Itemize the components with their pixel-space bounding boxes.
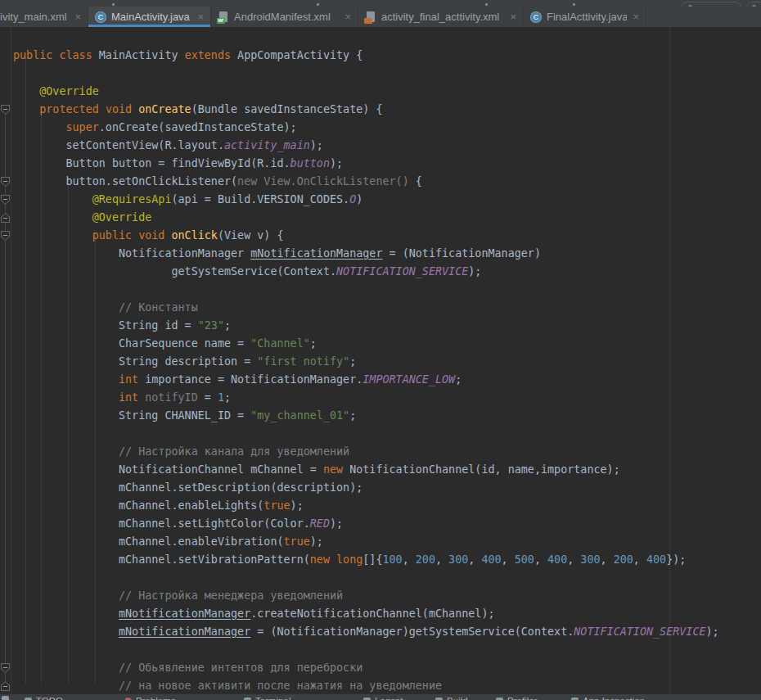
code-line: button.setOnClickListener(new View.OnCli… [0,173,761,191]
tool-window-bars-button[interactable] [2,696,9,700]
todo-icon [25,698,32,700]
code-line: protected void onCreate(Bundle savedInst… [0,101,761,119]
code-line: String CHANNEL_ID = "my_channel_01"; [0,407,761,425]
tab-label: ivity_main.xml [0,11,67,23]
code-line: NotificationChannel mChannel = new Notif… [0,461,761,479]
code-line: // Настройка канала для уведомлений [0,443,761,461]
code-line: @RequiresApi(api = Build.VERSION_CODES.O… [0,191,761,209]
code-line [0,65,761,83]
java-class-icon: C [95,11,106,23]
build-icon [435,698,443,700]
code-line: CharSequence name = "Channel"; [0,335,761,353]
tool-window-button-label: Problems [136,696,176,700]
code-line: mNotificationManager.createNotificationC… [0,605,761,623]
toolbar-icon [485,3,488,6]
tool-window-button-app-inspection[interactable]: App Inspection [571,696,645,700]
tab-label: activity_final_acttivity.xml [381,11,499,23]
tab-close-icon[interactable]: × [339,11,351,22]
tab-finalacttivity-java[interactable]: CFinalActtivity.java× [524,7,646,27]
code-line: setContentView(R.layout.activity_main); [0,137,761,155]
code-line: int importance = NotificationManager.IMP… [0,371,761,389]
code-line [0,569,761,587]
code-line: mChannel.enableVibration(true); [0,533,761,551]
tab-ivity-main-xml[interactable]: ivity_main.xml× [0,7,88,27]
code-line: // Обьявление интентов для переброски [0,659,761,677]
java-class-icon: C [530,11,542,23]
code-line: @Override [0,83,761,101]
code-line: // Настройка менеджера уведомлений [0,587,761,605]
tool-window-bars-icon [2,696,9,700]
code-line [0,281,761,299]
code-area[interactable]: public class MainActivity extends AppCom… [0,47,761,694]
tool-window-button-build[interactable]: Build [435,696,468,700]
code-line: public void onClick(View v) { [0,227,761,245]
tab-close-icon[interactable]: × [69,11,81,22]
tab-androidmanifest-xml[interactable]: MFAndroidManifest.xml× [211,7,358,27]
tool-window-button-terminal[interactable]: Terminal [244,696,290,700]
tab-close-icon[interactable]: × [504,11,516,22]
code-line: mChannel.setVibrationPattern(new long[]{… [0,551,761,569]
file-type-badge [364,18,372,24]
tab-label: MainActivity.java [111,11,190,23]
code-line: public class MainActivity extends AppCom… [0,47,761,65]
tool-window-button-label: App Inspection [583,696,645,700]
tool-window-button-label: Profiler [507,696,537,700]
toolbar-icon [317,3,319,6]
code-line: // Константы [0,299,761,317]
tool-window-button-label: TODO [36,696,63,700]
terminal-icon [244,698,251,700]
tab-label: FinalActtivity.java [547,11,627,23]
code-line: int notifyID = 1; [0,389,761,407]
tool-window-button-logcat[interactable]: Logcat [363,696,403,700]
code-line [0,425,761,443]
toolbar-icon [112,3,115,6]
code-line: String id = "23"; [0,317,761,335]
tab-close-icon[interactable]: × [191,11,204,22]
ide-window: ivity_main.xml×CMainActivity.java×MFAndr… [0,0,761,700]
toolbar-icon [573,3,575,6]
tool-window-button-label: Build [447,696,468,700]
editor-tab-bar: ivity_main.xml×CMainActivity.java×MFAndr… [0,7,761,27]
code-line: mChannel.setLightColor(Color.RED); [0,515,761,533]
layout-xml-icon [365,11,376,23]
app-inspection-icon [571,698,579,700]
tab-activity-final-acttivity-xml[interactable]: activity_final_acttivity.xml× [358,7,524,27]
code-line: @Override [0,209,761,227]
tool-window-button-profiler[interactable]: Profiler [496,696,537,700]
code-line: String description = "first notify"; [0,353,761,371]
code-line: Button button = findViewById(R.id.button… [0,155,761,173]
manifest-file-icon: MF [218,11,229,23]
tool-window-button-todo[interactable]: TODO [25,696,63,700]
code-line: mNotificationManager = (NotificationMana… [0,623,761,641]
code-editor[interactable]: public class MainActivity extends AppCom… [0,27,761,694]
code-line: mChannel.setDescription(description); [0,479,761,497]
tab-mainactivity-java[interactable]: CMainActivity.java× [88,7,211,27]
problems-icon [124,698,132,700]
tab-label: AndroidManifest.xml [234,11,331,23]
profiler-icon [496,698,503,700]
file-type-badge: MF [217,18,225,24]
code-line: getSystemService(Context.NOTIFICATION_SE… [0,263,761,281]
code-line [0,641,761,659]
tool-window-button-problems[interactable]: Problems [124,696,176,700]
tool-window-button-label: Logcat [375,696,403,700]
code-line: // на новое активити после нажатия на ув… [0,677,761,694]
code-line: super.onCreate(savedInstanceState); [0,119,761,137]
tool-window-bar: TODOProblemsTerminalLogcatBuildProfilerA… [0,693,761,700]
code-line: mChannel.enableLights(true); [0,497,761,515]
tool-window-button-label: Terminal [255,696,290,700]
code-line: NotificationManager mNotificationManager… [0,245,761,263]
tab-close-icon[interactable]: × [627,11,639,22]
logcat-icon [363,698,371,700]
